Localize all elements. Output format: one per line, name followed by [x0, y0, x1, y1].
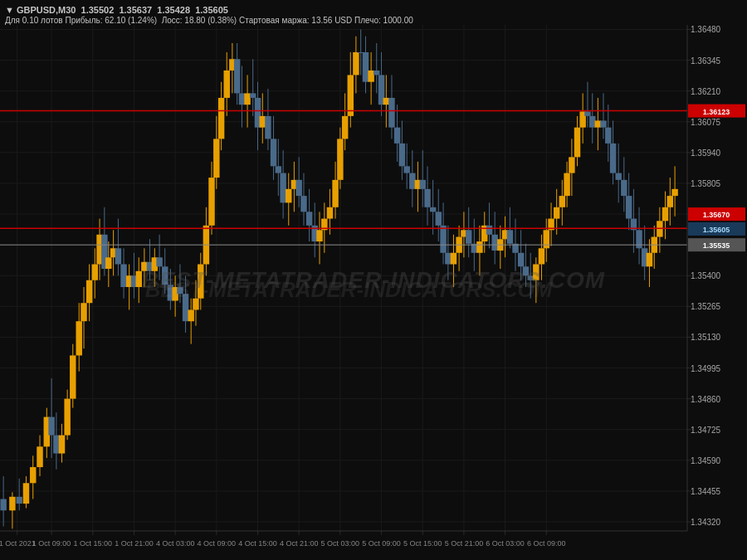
chart-container: GBPUSD,M30 Для 0.10 лотов Прибыль: 62.10…	[0, 0, 747, 560]
